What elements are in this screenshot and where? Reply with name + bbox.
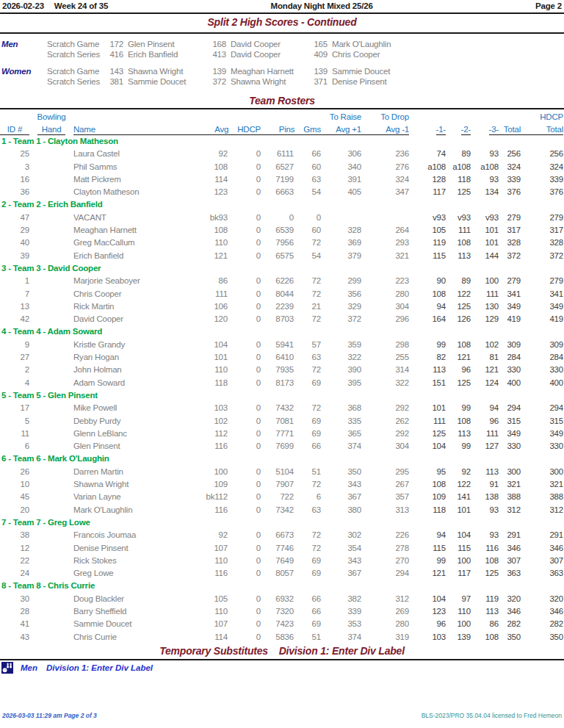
- cell-game2: 113: [446, 428, 471, 440]
- cell-hdcp-total: 388: [521, 491, 563, 503]
- cell-hand: [29, 300, 73, 313]
- cell-hand: [29, 504, 73, 516]
- cell-todrop: 223: [361, 275, 409, 287]
- cell-gms: 66: [294, 440, 321, 453]
- cell-toraise: 367: [321, 491, 361, 503]
- cell-name: Erich Banfield: [73, 250, 200, 262]
- cell-hdcp: 0: [228, 542, 261, 555]
- player-row: 45Varian Laynebk112072263673571091411383…: [0, 491, 563, 503]
- cell-name: Varian Layne: [73, 491, 200, 503]
- cell-total: 256: [499, 148, 521, 160]
- cell-pins: 5941: [261, 339, 294, 351]
- player-row: 16Matt Pickrem11407199633913241281189333…: [0, 173, 563, 186]
- player-row: 3Phil Samms1080652760340276a108a108a1083…: [0, 161, 563, 173]
- player-row: 7Chris Cooper111080447235628010812211134…: [0, 288, 563, 300]
- score-value: 372: [210, 76, 226, 87]
- cell-hdcp-total: 339: [521, 173, 563, 186]
- player-row: 24Greg Lowe11608057693672941211171253633…: [0, 567, 563, 580]
- cell-hdcp-total: 330: [521, 440, 563, 453]
- cell-total: 330: [499, 440, 521, 453]
- cell-game1: 104: [409, 440, 446, 453]
- cell-hdcp: 0: [228, 631, 261, 644]
- cell-game3: 116: [471, 542, 499, 555]
- team-header-row: 3 - Team 3 - David Cooper: [0, 262, 563, 275]
- cell-hdcp-total: 315: [521, 415, 563, 428]
- cell-gms: 63: [294, 351, 321, 364]
- col-name: Name: [73, 125, 200, 135]
- cell-game2: 89: [446, 148, 471, 160]
- cell-hdcp-total: 291: [521, 529, 563, 541]
- cell-hand: [29, 161, 73, 173]
- cell-hdcp: 0: [228, 491, 261, 503]
- cell-pins: 7956: [261, 237, 294, 249]
- cell-hand: [29, 542, 73, 555]
- cell-hand: [29, 605, 73, 618]
- cell-name: Shawna Wright: [73, 478, 200, 491]
- cell-gms: 21: [294, 300, 321, 313]
- cell-hdcp-total: 349: [521, 428, 563, 440]
- cell-name: John Holman: [73, 364, 200, 376]
- rosters-title: Team Rosters: [0, 95, 564, 107]
- cell-game2: 139: [446, 631, 471, 644]
- cell-hand: [29, 491, 73, 503]
- cell-hdcp: 0: [228, 478, 261, 491]
- cell-gms: 6: [294, 491, 321, 503]
- cell-avg: 106: [200, 300, 228, 313]
- player-row: 5Debby Purdy1020708169335262111108963153…: [0, 415, 563, 428]
- cell-game1: 113: [409, 364, 446, 376]
- cell-game1: 74: [409, 148, 446, 160]
- score-player-name: Glen Pinsent: [123, 39, 210, 49]
- cell-game2: 100: [446, 618, 471, 630]
- cell-game2: 99: [446, 402, 471, 414]
- cell-hdcp: 0: [228, 339, 261, 351]
- cell-gms: 66: [294, 593, 321, 605]
- cell-hdcp-total: 300: [521, 466, 563, 478]
- player-row: 25Laura Castel92061116630623674899325625…: [0, 148, 563, 160]
- cell-game3: 101: [471, 237, 499, 249]
- cell-game2: 99: [446, 440, 471, 453]
- cell-total: 291: [499, 529, 521, 541]
- player-row: 47VACANTbk93000v93v93v93279279: [0, 212, 563, 224]
- cell-avg: 108: [200, 161, 228, 173]
- high-scores-group: MenScratch Game172Glen Pinsent168David C…: [1, 39, 563, 60]
- cell-game3: a108: [471, 161, 499, 173]
- cell-game3: 144: [471, 250, 499, 262]
- cell-hand: [29, 428, 73, 440]
- cell-toraise: 302: [321, 529, 361, 541]
- cell-game3: 86: [471, 618, 499, 630]
- cell-toraise: 374: [321, 631, 361, 644]
- cell-game1: 94: [409, 300, 446, 313]
- team-header-row: 4 - Team 4 - Adam Soward: [0, 325, 563, 338]
- cell-pins: 8703: [261, 313, 294, 325]
- cell-hdcp-total: 400: [521, 377, 563, 389]
- score-value: 371: [311, 76, 328, 87]
- cell-todrop: 314: [361, 364, 409, 376]
- cell-total: 363: [499, 567, 521, 580]
- cell-todrop: 280: [361, 618, 409, 630]
- cell-game2: 89: [446, 275, 471, 287]
- cell-hdcp: 0: [228, 415, 261, 428]
- high-scores-row: Scratch Series381Sammie Doucet372Shawna …: [1, 76, 563, 87]
- cell-hand: [29, 402, 73, 414]
- cell-avg: 86: [200, 275, 228, 287]
- cell-pins: 7935: [261, 364, 294, 376]
- player-row: 11Glenn LeBlanc1120777169365292125113111…: [0, 428, 563, 440]
- cell-game2: 121: [446, 351, 471, 364]
- score-value: 409: [311, 49, 328, 60]
- cell-gms: 72: [294, 275, 321, 287]
- cell-todrop: 236: [361, 148, 409, 160]
- score-value: 416: [104, 49, 123, 60]
- cell-total: 372: [499, 250, 521, 262]
- roster-table-head: Bowling To Raise To Drop HDCP ID # Hand …: [0, 109, 563, 135]
- high-scores-section: MenScratch Game172Glen Pinsent168David C…: [1, 39, 563, 93]
- cell-gms: 69: [294, 567, 321, 580]
- col-total: Total: [499, 125, 521, 135]
- cell-pins: 6575: [261, 250, 294, 262]
- cell-avg: 109: [200, 478, 228, 491]
- score-value: 165: [311, 39, 328, 49]
- cell-toraise: 353: [321, 618, 361, 630]
- cell-avg: 108: [200, 224, 228, 237]
- cell-hdcp: 0: [228, 567, 261, 580]
- substitutes-division-label: Division 1: Enter Div Label: [279, 645, 405, 657]
- cell-avg: 116: [200, 504, 228, 516]
